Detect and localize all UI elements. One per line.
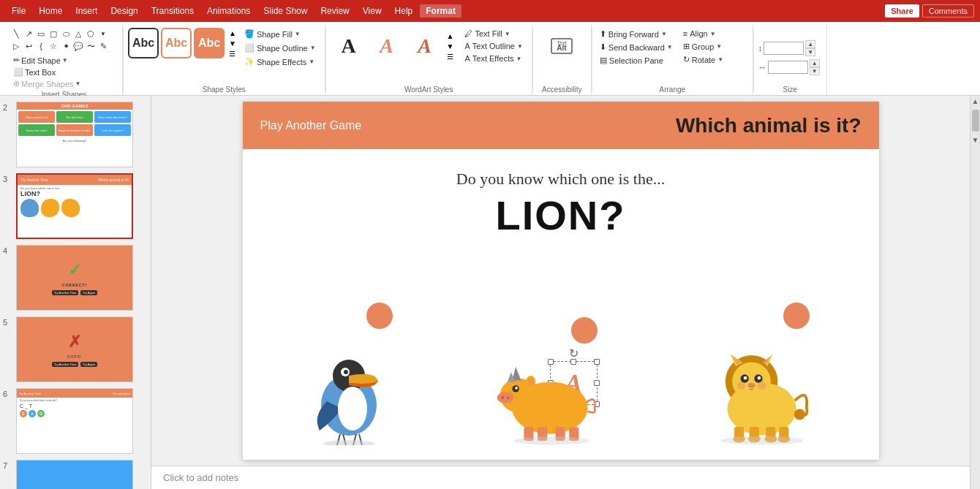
height-up[interactable]: ▲: [805, 40, 815, 48]
wordart-down[interactable]: ▼: [445, 42, 456, 51]
scroll-thumb[interactable]: [972, 110, 979, 132]
alt-text-button[interactable]: Alt Text: [543, 28, 580, 64]
toucan-badge[interactable]: [366, 303, 393, 329]
slide-thumb-6[interactable]: 6 Try Another Time The last letter Do yo…: [3, 388, 148, 454]
oval-icon[interactable]: ⬭: [60, 28, 72, 39]
width-down[interactable]: ▼: [810, 67, 820, 75]
group-button[interactable]: ⊞ Group ▼: [680, 40, 726, 53]
wave-icon[interactable]: 〜: [85, 40, 97, 52]
slide-thumb-2[interactable]: 2 OUR GAMES Stick animal to it! The last…: [3, 102, 148, 167]
arrange-section: ⬆ Bring Forward ▼ ⬇ Send Backward ▼ ▤ Se…: [592, 25, 753, 95]
slide-img-2[interactable]: OUR GAMES Stick animal to it! The last l…: [16, 102, 133, 167]
menu-slideshow[interactable]: Slide Show: [257, 4, 313, 18]
triangle2-icon[interactable]: ▷: [10, 40, 22, 52]
arrow-icon[interactable]: ↗: [23, 28, 34, 39]
menu-format[interactable]: Format: [420, 4, 461, 18]
style-down[interactable]: ▼: [227, 39, 238, 48]
menu-help[interactable]: Help: [389, 4, 419, 18]
bracket-icon[interactable]: {: [35, 40, 47, 52]
slide-thumb-4[interactable]: 4 ✓ CORRECT! Try Another Time Try Again: [3, 245, 148, 311]
text-effects-dropdown[interactable]: ▼: [516, 56, 521, 62]
freeform-icon[interactable]: ✎: [97, 40, 109, 52]
group-dropdown[interactable]: ▼: [716, 43, 722, 50]
align-dropdown[interactable]: ▼: [710, 31, 716, 37]
selection-pane-button[interactable]: ▤ Selection Pane: [597, 54, 676, 67]
shape-outline-dropdown[interactable]: ▼: [310, 45, 316, 51]
line-icon[interactable]: ╲: [10, 28, 22, 39]
text-box-button[interactable]: ⬜ Text Box: [10, 67, 83, 77]
rhino-badge[interactable]: [571, 317, 598, 344]
slide-thumb-3[interactable]: 3 Try Another Time Which animal is it? D…: [3, 173, 148, 239]
text-effects-button[interactable]: A Text Effects ▼: [460, 53, 527, 64]
send-backward-dropdown[interactable]: ▼: [667, 44, 673, 50]
menu-animations[interactable]: Animations: [201, 4, 256, 18]
triangle-icon[interactable]: △: [72, 28, 84, 39]
menu-review[interactable]: Review: [314, 4, 355, 18]
slide-answer: LION?: [243, 192, 879, 239]
comments-button[interactable]: Comments: [922, 4, 974, 18]
slide-img-4[interactable]: ✓ CORRECT! Try Another Time Try Again: [16, 245, 133, 311]
notes-area[interactable]: Click to add notes: [151, 466, 970, 489]
shape-fill-dropdown[interactable]: ▼: [295, 31, 301, 37]
star5-icon[interactable]: ☆: [48, 40, 59, 52]
slide-img-6[interactable]: Try Another Time The last letter Do you …: [16, 388, 133, 454]
rotate-button[interactable]: ↻ Rotate ▼: [680, 53, 726, 66]
menu-file[interactable]: File: [6, 4, 31, 18]
bent-arrow-icon[interactable]: ↩: [23, 40, 34, 52]
vertical-scrollbar[interactable]: ▲ ▼: [970, 96, 980, 489]
more-shapes-icon[interactable]: ▼: [97, 28, 109, 39]
menu-design[interactable]: Design: [105, 4, 143, 18]
rect-icon[interactable]: ▭: [35, 28, 47, 39]
shape-style-2[interactable]: Abc: [161, 28, 192, 58]
rotate-dropdown[interactable]: ▼: [717, 56, 723, 63]
style-expand[interactable]: ☰: [227, 49, 238, 58]
menu-transitions[interactable]: Transitions: [146, 4, 200, 18]
slide-canvas[interactable]: Play Another Game Which animal is it? Do…: [243, 102, 879, 460]
wordart-up[interactable]: ▲: [445, 31, 456, 41]
width-input[interactable]: 0.52": [768, 61, 808, 74]
slide-thumb-7[interactable]: 7: [3, 460, 148, 489]
scroll-up-arrow[interactable]: ▲: [972, 97, 979, 105]
height-down[interactable]: ▼: [805, 48, 815, 56]
star4-icon[interactable]: ✦: [60, 40, 72, 52]
rounded-rect-icon[interactable]: ▢: [48, 28, 59, 39]
slide-img-5[interactable]: ✗ OOPS! Try Another Time Try Again: [16, 316, 133, 382]
menu-home[interactable]: Home: [33, 4, 68, 18]
lion-svg: [700, 336, 817, 445]
slide-img-7[interactable]: [16, 460, 133, 489]
text-outline-button[interactable]: A Text Outline ▼: [460, 40, 527, 52]
shape-style-3[interactable]: Abc: [194, 28, 225, 58]
slide-img-3[interactable]: Try Another Time Which animal is it? Do …: [16, 173, 133, 239]
share-button[interactable]: Share: [885, 4, 919, 18]
callout-icon[interactable]: 💬: [72, 40, 84, 52]
merge-dropdown[interactable]: ▼: [75, 80, 81, 87]
bring-forward-button[interactable]: ⬆ Bring Forward ▼: [597, 28, 676, 40]
align-button[interactable]: ≡ Align ▼: [680, 28, 726, 39]
text-fill-dropdown[interactable]: ▼: [505, 31, 510, 37]
shape-outline-button[interactable]: ⬜ Shape Outline ▼: [240, 42, 320, 54]
menu-insert[interactable]: Insert: [69, 4, 103, 18]
send-backward-button[interactable]: ⬇ Send Backward ▼: [597, 41, 676, 53]
lion-badge[interactable]: [783, 303, 810, 329]
scroll-down-arrow[interactable]: ▼: [972, 136, 979, 144]
bring-forward-dropdown[interactable]: ▼: [661, 31, 667, 37]
edit-shape-dropdown[interactable]: ▼: [62, 57, 68, 64]
pentagon-icon[interactable]: ⬠: [85, 28, 97, 39]
wordart-style-3[interactable]: A: [407, 28, 443, 64]
merge-shapes-button[interactable]: ⊕ Merge Shapes ▼: [10, 78, 83, 89]
shape-effects-dropdown[interactable]: ▼: [309, 58, 314, 65]
wordart-style-2[interactable]: A: [369, 28, 405, 64]
height-input[interactable]: 0.53": [764, 42, 804, 55]
shape-style-1[interactable]: Abc: [128, 28, 159, 58]
text-fill-button[interactable]: 🖊 Text Fill ▼: [460, 28, 527, 39]
shape-effects-button[interactable]: ✨ Shape Effects ▼: [240, 56, 320, 68]
edit-shape-button[interactable]: ✏ Edit Shape ▼: [10, 55, 83, 66]
slide-thumb-5[interactable]: 5 ✗ OOPS! Try Another Time Try Again: [3, 316, 148, 382]
menu-view[interactable]: View: [357, 4, 388, 18]
wordart-style-1[interactable]: A: [331, 28, 367, 64]
shape-fill-button[interactable]: 🪣 Shape Fill ▼: [240, 28, 320, 40]
text-outline-dropdown[interactable]: ▼: [517, 43, 523, 50]
style-up[interactable]: ▲: [227, 29, 238, 38]
wordart-expand[interactable]: ☰: [445, 52, 456, 61]
width-up[interactable]: ▲: [810, 59, 820, 67]
